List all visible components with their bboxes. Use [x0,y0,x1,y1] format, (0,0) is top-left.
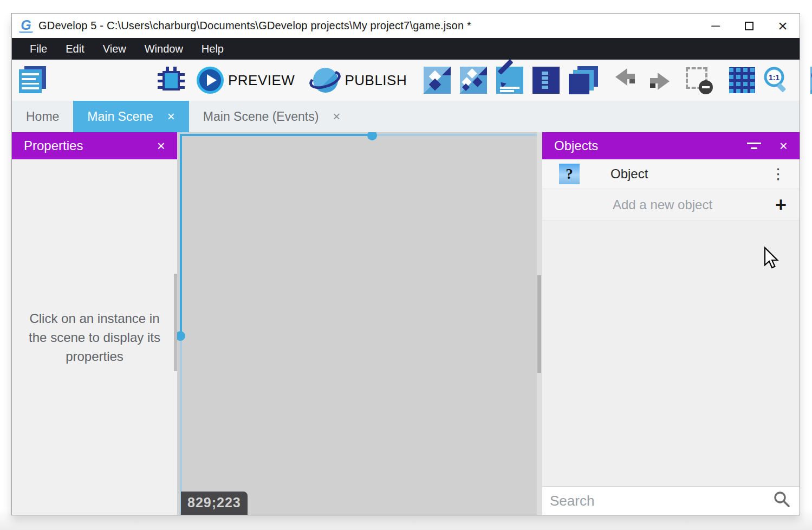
plus-icon[interactable]: + [775,195,787,215]
debug-icon-part [180,86,185,89]
object-list-item[interactable]: ? Object ⋮ [542,159,800,189]
cube-shape [472,77,482,87]
tab-main-scene-events[interactable]: Main Scene (Events) × [189,101,355,132]
object-name: Object [610,166,648,182]
instances-list-icon[interactable] [569,66,598,94]
tab-label: Home [26,109,59,124]
filter-icon[interactable] [747,143,761,149]
objects-panel: Objects × ? Object ⋮ Add a new object + [542,132,800,515]
window-mask-icon[interactable] [685,66,713,94]
window-title: GDevelop 5 - C:\Users\charburg\Documents… [38,20,471,32]
window-controls: ─ × [699,14,800,38]
tab-main-scene[interactable]: Main Scene × [73,101,189,132]
cube-shape [429,79,441,91]
cube-shape [467,68,477,78]
object-thumbnail-icon: ? [559,164,580,184]
properties-panel-header: Properties × [12,132,177,159]
minus-badge [699,80,713,94]
menu-help[interactable]: Help [192,38,233,60]
titlebar: G GDevelop 5 - C:\Users\charburg\Documen… [12,14,800,38]
scene-window-border-left-light [180,337,182,515]
tab-close-icon[interactable]: × [333,109,340,124]
properties-panel-title: Properties [24,138,83,153]
menu-window[interactable]: Window [135,38,192,60]
project-manager-icon[interactable] [19,66,47,94]
debug-icon-part [158,86,163,89]
tab-home[interactable]: Home [12,101,73,132]
minimize-button[interactable]: ─ [699,14,732,38]
fold-corner [442,67,451,75]
desktop-background: G GDevelop 5 - C:\Users\charburg\Documen… [0,0,812,530]
maximize-icon [745,22,753,30]
menu-edit[interactable]: Edit [56,38,93,60]
close-button[interactable]: × [766,14,800,38]
gdevelop-logo-icon: G [19,19,33,33]
play-triangle-icon [207,74,217,86]
objects-panel-header: Objects × [542,132,800,159]
maximize-button[interactable] [732,14,766,38]
properties-close-icon[interactable]: × [157,138,165,154]
scene-window-border-left [180,134,182,337]
zoom-1-1-icon[interactable]: 1:1 [762,66,791,95]
underline-bar [500,87,519,89]
layers-list-icon[interactable] [532,67,560,94]
fold-corner [478,67,487,75]
debug-icon-part [180,80,185,82]
project-manager-icon-front [19,69,42,93]
tab-label: Main Scene (Events) [203,109,319,124]
gdevelop-window: G GDevelop 5 - C:\Users\charburg\Documen… [11,13,800,515]
debug-icon-part [163,71,180,91]
debug-icon-part [180,73,185,76]
menubar: File Edit View Window Help [12,38,800,60]
debug-icon[interactable] [158,67,185,94]
add-object-label: Add a new object [613,197,712,212]
properties-panel-body: Click on an instance in the scene to dis… [12,159,177,515]
pencil-shape [498,59,514,75]
properties-empty-message: Click on an instance in the scene to dis… [25,309,164,366]
preview-play-icon[interactable] [197,67,224,94]
resize-handle-top[interactable] [367,132,377,140]
undo-icon[interactable] [613,67,642,93]
scene-window-border-top-light [373,134,542,136]
resize-handle-left[interactable] [177,331,185,341]
tab-close-icon[interactable]: × [167,109,175,124]
toolbar: PREVIEW PUBLISH [12,60,800,101]
scene-window-border-top [180,134,373,136]
redo-icon[interactable] [642,67,672,93]
debug-icon-part [158,73,163,76]
cursor-coordinates-badge: 829;223 [181,492,248,515]
scene-properties-icon[interactable] [496,67,523,94]
scene-canvas[interactable]: 829;223 [177,132,542,515]
tabbar: Home Main Scene × Main Scene (Events) × [12,101,800,132]
publish-globe-icon[interactable] [310,66,340,94]
canvas-scrollbar-thumb[interactable] [537,275,541,373]
objects-panel-title: Objects [554,138,598,153]
search-input[interactable] [542,493,772,509]
menu-file[interactable]: File [21,38,56,60]
edit-objects-icon[interactable] [424,67,451,94]
menu-view[interactable]: View [94,38,135,60]
object-menu-icon[interactable]: ⋮ [771,165,785,183]
objects-close-icon[interactable]: × [779,138,788,154]
underline-bar [500,90,514,92]
zoom-ratio-text: 1:1 [769,73,779,82]
objects-list-empty-area [542,221,800,486]
mouse-cursor [764,247,782,274]
search-icon[interactable] [772,490,791,511]
grid-icon[interactable] [729,67,755,93]
edit-groups-icon[interactable] [460,67,487,94]
objects-search-bar [542,486,800,515]
preview-button[interactable]: PREVIEW [228,72,295,89]
properties-panel: Properties × Click on an instance in the… [12,132,177,515]
add-object-row[interactable]: Add a new object + [542,189,800,221]
main-content: Properties × Click on an instance in the… [12,132,800,515]
publish-button[interactable]: PUBLISH [345,72,407,89]
tab-label: Main Scene [87,109,153,124]
debug-icon-part [158,80,163,82]
layer-square [569,74,589,94]
